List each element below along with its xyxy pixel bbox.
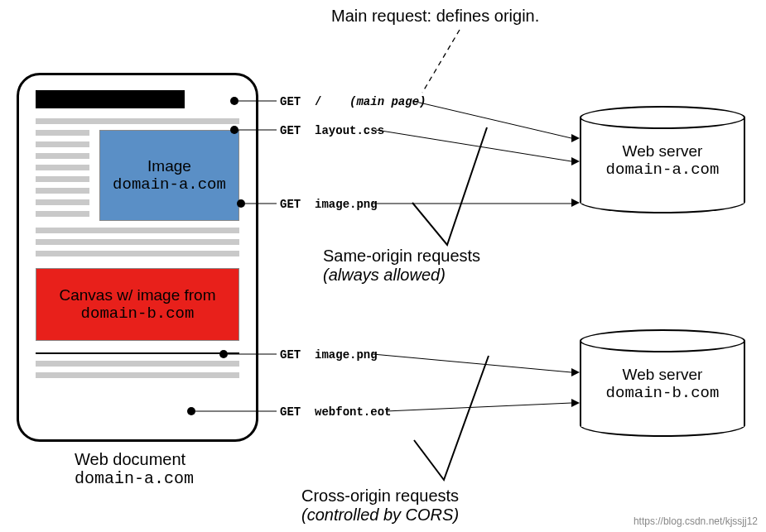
- text-line: [36, 239, 239, 245]
- svg-line-8: [373, 354, 571, 372]
- text-line: [36, 211, 89, 217]
- req-path: webfont.eot: [315, 405, 391, 419]
- text-line: [36, 372, 239, 378]
- arrowhead-icon: [571, 157, 580, 165]
- web-document: Image domain-a.com Canvas w/ image from …: [17, 73, 258, 442]
- web-document-caption: Web document domain-a.com: [75, 450, 194, 488]
- svg-line-10: [422, 30, 460, 93]
- connector-dot: [230, 97, 238, 105]
- title-bar-placeholder: [36, 90, 185, 108]
- req-method: GET: [280, 124, 301, 137]
- request-image-a: GET image.png: [280, 198, 378, 211]
- server-title: Web server: [580, 142, 745, 161]
- request-main-page: GET / (main page): [280, 95, 426, 108]
- text-line: [36, 153, 89, 159]
- image-box-domain: domain-a.com: [113, 175, 226, 194]
- text-line: [36, 228, 239, 233]
- same-origin-line1: Same-origin requests: [323, 247, 480, 266]
- req-method: GET: [280, 198, 301, 211]
- text-line: [36, 176, 89, 182]
- cross-origin-annotation: Cross-origin requests (controlled by COR…: [301, 486, 459, 525]
- cross-origin-line2: (controlled by CORS): [301, 506, 459, 525]
- req-path: image.png: [315, 348, 378, 362]
- watermark: https://blog.csdn.net/kjssjj12: [634, 515, 758, 527]
- canvas-box-title: Canvas w/ image from: [59, 286, 215, 304]
- same-origin-line2: (always allowed): [323, 266, 480, 285]
- req-path: layout.css: [315, 124, 384, 137]
- request-layout-css: GET layout.css: [280, 124, 384, 137]
- request-image-b: GET image.png: [280, 348, 378, 362]
- image-box-title: Image: [147, 157, 191, 175]
- req-path: /: [315, 95, 321, 108]
- connector-dot: [237, 199, 245, 208]
- same-origin-annotation: Same-origin requests (always allowed): [323, 247, 480, 285]
- connector-dot: [230, 126, 238, 134]
- svg-line-9: [386, 403, 571, 411]
- arrowhead-icon: [571, 368, 580, 376]
- connector-dot: [187, 407, 195, 415]
- server-domain: domain-a.com: [580, 161, 745, 179]
- connector-dot: [219, 350, 228, 358]
- req-method: GET: [280, 95, 301, 108]
- canvas-box-domain-b: Canvas w/ image from domain-b.com: [36, 268, 239, 341]
- caption-title: Web document: [75, 450, 194, 469]
- arrowhead-icon: [571, 199, 580, 207]
- server-domain-a: Web server domain-a.com: [580, 106, 745, 213]
- server-domain-b: Web server domain-b.com: [580, 329, 745, 437]
- text-line: [36, 361, 239, 367]
- main-request-title: Main request: defines origin.: [331, 7, 539, 26]
- request-webfont: GET webfont.eot: [280, 405, 391, 419]
- server-domain: domain-b.com: [580, 384, 745, 402]
- text-line: [36, 141, 89, 147]
- cross-origin-line1: Cross-origin requests: [301, 486, 459, 506]
- svg-line-6: [376, 130, 571, 161]
- req-method: GET: [280, 405, 301, 419]
- req-method: GET: [280, 348, 301, 362]
- arrowhead-icon: [571, 134, 580, 142]
- svg-line-5: [412, 101, 571, 138]
- arrowhead-icon: [571, 399, 580, 407]
- req-note: (main page): [349, 95, 426, 108]
- text-line: [36, 130, 89, 136]
- req-path: image.png: [315, 198, 378, 211]
- server-title: Web server: [580, 366, 745, 384]
- image-box-domain-a: Image domain-a.com: [99, 130, 239, 221]
- canvas-box-domain: domain-b.com: [81, 304, 195, 323]
- text-line: [36, 165, 89, 170]
- text-line: [36, 251, 239, 256]
- text-line: [36, 118, 239, 124]
- text-line: [36, 188, 89, 194]
- text-line: [36, 199, 89, 205]
- caption-domain: domain-a.com: [75, 469, 194, 488]
